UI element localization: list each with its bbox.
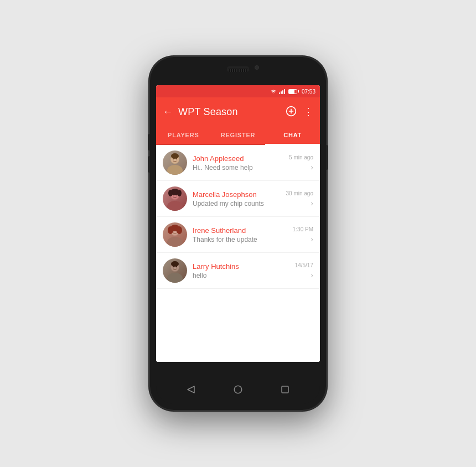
svg-point-16 — [177, 190, 182, 196]
chat-preview: Updated my chip counts — [193, 200, 283, 207]
chat-name: Larry Hutchins — [193, 262, 292, 271]
avatar — [163, 258, 187, 283]
compose-icon[interactable] — [286, 106, 297, 118]
nav-bar — [156, 375, 320, 404]
svg-point-10 — [167, 201, 183, 211]
app-bar-actions: ⋮ — [286, 106, 313, 118]
volume-down-button[interactable] — [148, 156, 150, 173]
chat-item[interactable]: Irene Sutherland Thanks for the update 1… — [156, 217, 320, 253]
chat-time: 5 min ago — [289, 154, 313, 160]
more-vert-icon[interactable]: ⋮ — [303, 107, 313, 117]
speaker — [227, 69, 249, 72]
chat-content: Irene Sutherland Thanks for the update — [193, 226, 289, 243]
chat-content: John Appleseed Hi.. Need some help — [193, 154, 286, 172]
tab-chat[interactable]: CHAT — [265, 126, 320, 144]
svg-marker-31 — [188, 386, 194, 393]
chevron-icon: › — [311, 271, 313, 279]
nav-home-button[interactable] — [233, 385, 243, 395]
back-button[interactable]: ← — [163, 107, 173, 117]
chat-name: John Appleseed — [193, 154, 286, 163]
svg-point-32 — [234, 386, 242, 393]
svg-point-24 — [177, 226, 182, 234]
signal-icon — [279, 89, 285, 94]
svg-point-8 — [171, 153, 179, 159]
svg-point-4 — [167, 165, 183, 175]
chat-meta: 1:30 PM › — [293, 226, 313, 243]
svg-rect-33 — [282, 386, 288, 393]
avatar — [163, 186, 187, 211]
chat-content: Marcella Josephson Updated my chip count… — [193, 190, 283, 207]
chat-preview: Thanks for the update — [193, 236, 289, 243]
avatar — [163, 222, 187, 247]
tab-register[interactable]: REGISTER — [211, 126, 266, 144]
chat-time: 14/5/17 — [295, 262, 313, 268]
chat-item[interactable]: Marcella Josephson Updated my chip count… — [156, 181, 320, 217]
chat-meta: 30 min ago › — [286, 190, 313, 207]
chat-list: John Appleseed Hi.. Need some help 5 min… — [156, 145, 320, 362]
nav-recent-button[interactable] — [280, 385, 290, 395]
chat-name: Irene Sutherland — [193, 226, 289, 235]
chat-item[interactable]: John Appleseed Hi.. Need some help 5 min… — [156, 145, 320, 181]
chat-time: 30 min ago — [286, 190, 313, 196]
svg-point-15 — [168, 190, 173, 196]
chat-content: Larry Hutchins hello — [193, 262, 292, 279]
chat-time: 1:30 PM — [293, 226, 313, 232]
svg-point-30 — [171, 261, 179, 267]
svg-point-26 — [167, 273, 183, 283]
volume-up-button[interactable] — [148, 134, 150, 151]
chevron-icon: › — [311, 235, 313, 243]
tabs: PLAYERS REGISTER CHAT — [156, 126, 320, 145]
app-bar: ← WPT Season ⋮ — [156, 97, 320, 126]
chat-name: Marcella Josephson — [193, 190, 283, 199]
svg-point-18 — [167, 237, 183, 247]
camera — [255, 65, 259, 70]
nav-back-button[interactable] — [186, 385, 196, 395]
phone-shell: 07:53 ← WPT Season ⋮ — [149, 56, 327, 411]
chevron-icon: › — [311, 163, 313, 172]
app-title: WPT Season — [178, 106, 286, 118]
chat-meta: 5 min ago › — [289, 154, 313, 172]
battery-icon — [288, 89, 297, 94]
chat-meta: 14/5/17 › — [295, 262, 313, 279]
chat-preview: Hi.. Need some help — [193, 164, 286, 172]
power-button[interactable] — [326, 145, 328, 170]
chevron-icon: › — [311, 199, 313, 207]
status-time: 07:53 — [302, 89, 315, 95]
status-bar: 07:53 — [156, 85, 320, 97]
tab-players[interactable]: PLAYERS — [156, 126, 211, 144]
status-icons: 07:53 — [270, 89, 315, 95]
wifi-icon — [270, 89, 277, 94]
phone: 07:53 ← WPT Season ⋮ — [149, 56, 327, 411]
chat-preview: hello — [193, 272, 292, 279]
svg-point-23 — [168, 226, 173, 234]
chat-item[interactable]: Larry Hutchins hello 14/5/17 › — [156, 253, 320, 289]
avatar — [163, 151, 187, 175]
screen: 07:53 ← WPT Season ⋮ — [156, 85, 320, 362]
